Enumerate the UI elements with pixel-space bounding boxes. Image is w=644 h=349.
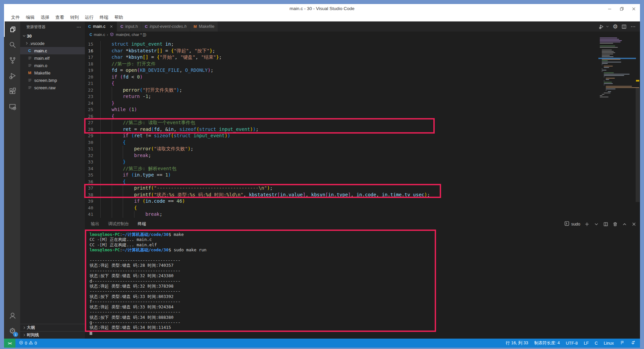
chevron-down-button[interactable] xyxy=(594,221,599,227)
status-item-4[interactable]: C xyxy=(595,341,598,346)
panel-tab-调试控制台[interactable]: 调试控制台 xyxy=(108,218,129,230)
code-line-41[interactable]: 41break; xyxy=(85,211,640,218)
code-line-29[interactable]: 29if (ret != sizeof(struct input_event)) xyxy=(85,133,640,139)
status-item-2[interactable]: UTF-8 xyxy=(566,341,578,346)
panel-tab-输出[interactable]: 输出 xyxy=(91,218,99,230)
code-line-27[interactable]: 27//第二步: 读取一个event事件包 xyxy=(85,119,640,126)
run-debug-alt-button[interactable] xyxy=(599,24,604,30)
code-line-38[interactable]: 38printf("状态:%s 类型:%s 码:%d 时间:%ld\n", kb… xyxy=(85,192,640,198)
breadcrumb-symbol[interactable]: main(int, char * []) xyxy=(116,33,146,37)
tree-folder-.vscode[interactable]: .vscode xyxy=(20,40,85,47)
more-button[interactable] xyxy=(630,24,636,30)
code-line-31[interactable]: 31perror("读取文件失败"); xyxy=(85,146,640,152)
close-button[interactable] xyxy=(631,6,637,12)
code-line-19[interactable]: 19fd = open(KB_DEVICE_FILE, O_RDONLY); xyxy=(85,67,640,74)
menu-item-7[interactable]: 帮助 xyxy=(111,14,126,21)
code-line-23[interactable]: 23return -1; xyxy=(85,93,640,100)
tab-input-event-codes.h[interactable]: Cinput-event-codes.h xyxy=(142,21,190,32)
menu-item-3[interactable]: 查看 xyxy=(52,14,67,21)
tree-file-main.elf[interactable]: main.elf xyxy=(20,54,85,62)
trash-button[interactable] xyxy=(612,221,618,227)
activitybar-files[interactable] xyxy=(4,21,20,37)
activitybar-run-debug[interactable] xyxy=(4,68,20,83)
activitybar-search[interactable] xyxy=(4,37,20,52)
minimap[interactable] xyxy=(599,38,635,125)
tab-input.h[interactable]: Cinput.h xyxy=(117,21,142,32)
tree-file-screen.raw[interactable]: screen.raw xyxy=(20,84,85,91)
activitybar-extensions[interactable] xyxy=(4,83,20,99)
code-line-37[interactable]: 37printf("------------------------------… xyxy=(85,185,640,192)
code-line-26[interactable]: 26{ xyxy=(85,113,640,120)
tree-file-screen.bmp[interactable]: screen.bmp xyxy=(20,77,85,84)
code-editor[interactable]: 15struct input_event in;16char *kbstates… xyxy=(85,38,640,218)
status-item-5[interactable]: Linux xyxy=(604,341,614,346)
remote-indicator[interactable]: >< xyxy=(4,339,15,348)
code-line-22[interactable]: 22perror("打开文件失败"); xyxy=(85,87,640,94)
chevron-down-button[interactable] xyxy=(608,24,609,29)
menu-item-5[interactable]: 运行 xyxy=(82,14,97,21)
chevron-up-button[interactable] xyxy=(622,221,627,227)
tree-file-main.o[interactable]: main.o xyxy=(20,62,85,69)
code-line-15[interactable]: 15struct input_event in; xyxy=(85,41,640,48)
code-line-35[interactable]: 35if (in.type == 1) xyxy=(85,172,640,179)
gear-button[interactable]: ⚙ xyxy=(613,24,618,30)
code-line-28[interactable]: 28ret = read(fd, &in, sizeof(struct inpu… xyxy=(85,126,640,133)
close-button[interactable] xyxy=(631,221,637,227)
plus-button[interactable] xyxy=(584,221,590,227)
bell-button[interactable] xyxy=(631,340,635,346)
status-item-1[interactable]: 制表符长度: 4 xyxy=(534,340,560,346)
scrollbar-slider[interactable] xyxy=(636,88,640,202)
tree-file-Makefile[interactable]: MMakefile xyxy=(20,69,85,77)
activitybar-settings-gear[interactable]: ⚙1 xyxy=(4,323,20,339)
explorer-more-actions-icon[interactable]: ⋯ xyxy=(76,24,82,30)
menu-item-4[interactable]: 转到 xyxy=(67,14,82,21)
line-number: 41 xyxy=(85,211,100,218)
menu-item-0[interactable]: 文件 xyxy=(8,14,23,21)
titlebar[interactable]: main.c - 30 - Visual Studio Code xyxy=(4,4,640,13)
feedback-button[interactable] xyxy=(620,340,625,346)
sidebar-section-大纲[interactable]: 大纲 xyxy=(20,324,85,331)
breadcrumb-file[interactable]: main.c xyxy=(94,33,105,37)
activitybar-source-control[interactable] xyxy=(4,52,20,68)
line-number: 16 xyxy=(85,48,100,54)
code-line-24[interactable]: 24} xyxy=(85,100,640,107)
terminal-profile[interactable]: sudo xyxy=(564,221,580,227)
tree-file-main.c[interactable]: Cmain.c xyxy=(20,47,85,54)
code-line-20[interactable]: 20if (fd < 0) xyxy=(85,74,640,81)
sidebar-section-时间线[interactable]: 时间线 xyxy=(20,331,85,339)
code-line-34[interactable]: 34//第三步: 解析event包 xyxy=(85,165,640,172)
split-editor-button[interactable] xyxy=(603,221,608,227)
menu-item-1[interactable]: 编辑 xyxy=(23,14,38,21)
menu-item-2[interactable]: 选择 xyxy=(38,14,52,21)
code-line-25[interactable]: 25while (1) xyxy=(85,106,640,113)
code-line-40[interactable]: 40{ xyxy=(85,205,640,211)
code-line-17[interactable]: 17char *kbsyn[] = {"开始", "键盘", "结束"}; xyxy=(85,54,640,61)
panel-tab-终端[interactable]: 终端 xyxy=(138,218,146,230)
minimize-button[interactable] xyxy=(606,6,612,12)
code-line-39[interactable]: 39if (in.code == 46) xyxy=(85,198,640,205)
breadcrumb[interactable]: C main.c › main(int, char * []) xyxy=(85,32,640,38)
editor-area: Cmain.cCinput.hCinput-event-codes.hMMake… xyxy=(85,21,640,339)
status-item-0[interactable]: 行 16, 列 33 xyxy=(506,340,528,346)
tab-main.c[interactable]: Cmain.c xyxy=(85,21,117,32)
terminal-line: ------------------------------------ xyxy=(90,309,640,314)
terminal-output[interactable]: lmos@lmos-PC:~/计算机基础/code/30$ makeCC -[M… xyxy=(85,230,640,339)
tab-Makefile[interactable]: MMakefile xyxy=(190,21,218,32)
split-editor-button[interactable] xyxy=(621,24,627,30)
code-line-16[interactable]: 16char *kbstatestr[] = {"弹起", "按下"}; xyxy=(85,48,640,54)
code-line-32[interactable]: 32break; xyxy=(85,152,640,159)
activitybar-remote-explorer[interactable] xyxy=(4,99,20,114)
menu-item-6[interactable]: 终端 xyxy=(97,14,111,21)
tab-close-icon[interactable] xyxy=(109,24,113,29)
tree-root-folder[interactable]: 30 xyxy=(20,32,85,40)
status-item-3[interactable]: LF xyxy=(584,341,589,346)
maximize-button[interactable] xyxy=(619,6,625,12)
code-line-21[interactable]: 21{ xyxy=(85,80,640,87)
activitybar-account[interactable] xyxy=(4,308,20,323)
code-line-30[interactable]: 30{ xyxy=(85,139,640,146)
problems-status[interactable]: 0 0 xyxy=(19,340,37,346)
code-line-33[interactable]: 33} xyxy=(85,159,640,165)
code-line-36[interactable]: 36{ xyxy=(85,179,640,185)
editor-scrollbar[interactable] xyxy=(635,38,640,218)
code-line-18[interactable]: 18//第一步: 打开文件 xyxy=(85,61,640,67)
